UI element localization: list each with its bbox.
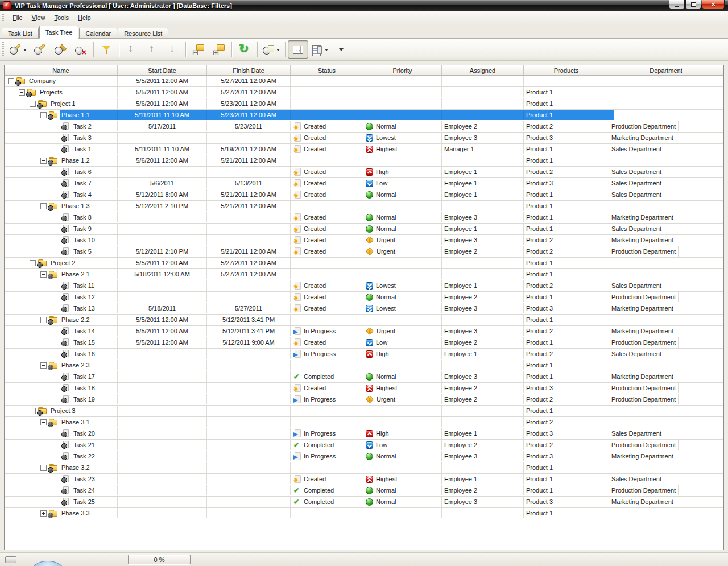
column-header-priority[interactable]: Priority: [363, 65, 442, 75]
fit-columns-width-button[interactable]: [288, 40, 308, 59]
refresh-button[interactable]: [234, 40, 255, 59]
tree-row[interactable]: Phase 3.1Product 2: [5, 417, 723, 428]
task-tree-grid: NameStart DateFinish DateStatusPriorityA…: [4, 65, 724, 550]
minimize-button[interactable]: [669, 0, 685, 9]
tree-row[interactable]: Task 25CompletedNormalEmployee 3Product …: [5, 497, 723, 508]
cell-status: [291, 87, 363, 97]
collapse-toggle[interactable]: [40, 158, 47, 164]
row-name: Phase 2.1: [60, 269, 117, 279]
tree-row[interactable]: Task 21CompletedLowEmployee 2Product 2Pr…: [5, 440, 723, 451]
collapse-toggle[interactable]: [40, 271, 47, 278]
close-button[interactable]: [702, 0, 725, 9]
move-task-up-button[interactable]: [142, 40, 163, 59]
tree-row[interactable]: Task 15/11/2011 11:10 AM5/19/2011 12:00 …: [5, 144, 723, 155]
column-header-name[interactable]: Name: [5, 65, 118, 75]
cell-priority: Lowest: [363, 133, 442, 143]
toolbar-overflow-button[interactable]: [331, 40, 351, 59]
tree-row[interactable]: Task 10CreatedUrgentEmployee 3Product 2M…: [5, 235, 723, 246]
tree-row[interactable]: Task 12CreatedNormalEmployee 2Product 1P…: [5, 292, 723, 303]
tree-row[interactable]: Task 16In ProgressHighEmployee 1Product …: [5, 349, 723, 360]
delete-task-button[interactable]: [71, 40, 91, 59]
tree-row[interactable]: Phase 3.2Product 1: [5, 462, 723, 474]
tree-row[interactable]: Task 11CreatedLowestEmployee 1Product 2S…: [5, 280, 723, 292]
add-task-button[interactable]: [7, 40, 30, 59]
tree-row[interactable]: Task 3CreatedLowestEmployee 3Product 3Ma…: [5, 133, 723, 144]
move-task-down-button[interactable]: [163, 40, 183, 59]
tree-row[interactable]: Task 24CompletedNormalEmployee 2Product …: [5, 485, 723, 497]
restore-button[interactable]: [685, 0, 701, 9]
tree-row[interactable]: Phase 2.3Product 1: [5, 360, 723, 371]
collapse-toggle[interactable]: [19, 89, 25, 96]
add-subtask-button[interactable]: [30, 40, 50, 59]
tree-row[interactable]: Phase 3.3Product 1: [5, 508, 723, 519]
tree-row[interactable]: Task 8CreatedNormalEmployee 3Product 1Ma…: [5, 212, 723, 224]
menu-view[interactable]: View: [27, 13, 50, 23]
tree-row[interactable]: Task 23CreatedHighestEmployee 1Product 1…: [5, 474, 723, 485]
tree-row[interactable]: Task 18CreatedHighestEmployee 2Product 3…: [5, 383, 723, 394]
menu-file[interactable]: File: [8, 13, 27, 23]
collapse-toggle[interactable]: [40, 317, 47, 323]
in-progress-status-icon: [293, 350, 301, 358]
tree-row[interactable]: Task 17CompletedNormalEmployee 3Product …: [5, 371, 723, 383]
edit-task-button[interactable]: [50, 40, 71, 59]
cell-status: In Progress: [291, 349, 363, 359]
collapse-toggle[interactable]: [8, 78, 14, 84]
menu-tools[interactable]: Tools: [49, 13, 73, 23]
tab-task-list[interactable]: Task List: [2, 28, 39, 39]
collapse-all-button[interactable]: [188, 40, 209, 59]
collapse-toggle[interactable]: [40, 112, 47, 118]
tree-row[interactable]: Task 55/12/2011 2:10 PM5/21/2011 12:00 A…: [5, 246, 723, 258]
menu-help[interactable]: Help: [73, 13, 96, 23]
tree-row[interactable]: Project 15/6/2011 12:00 AM5/23/2011 12:0…: [5, 98, 723, 110]
expand-toggle[interactable]: [40, 510, 47, 517]
collapse-toggle[interactable]: [30, 260, 36, 266]
cell-assigned: Employee 1: [442, 349, 524, 359]
column-header-status[interactable]: Status: [291, 65, 363, 75]
tree-row[interactable]: Project 3Product 1: [5, 406, 723, 417]
task-report-button[interactable]: [260, 40, 283, 59]
tree-row[interactable]: Company5/5/2011 12:00 AM5/27/2011 12:00 …: [5, 76, 723, 87]
tree-row[interactable]: Task 145/5/2011 12:00 AM5/12/2011 3:41 P…: [5, 326, 723, 337]
customize-columns-button[interactable]: [308, 40, 331, 59]
column-header-assigned[interactable]: Assigned: [442, 65, 524, 75]
collapse-toggle[interactable]: [30, 101, 36, 107]
collapse-toggle[interactable]: [40, 465, 47, 471]
tree-row[interactable]: Project 25/5/2011 12:00 AM5/27/2011 12:0…: [5, 258, 723, 269]
expand-all-button[interactable]: [209, 40, 229, 59]
tree-row[interactable]: Phase 1.15/11/2011 11:10 AM5/23/2011 12:…: [5, 110, 723, 121]
tree-row[interactable]: Task 6CreatedHighEmployee 1Product 2Sale…: [5, 167, 723, 178]
tree-row[interactable]: Projects5/5/2011 12:00 AM5/27/2011 12:00…: [5, 87, 723, 98]
tree-row[interactable]: Task 75/6/20115/13/2011CreatedLowEmploye…: [5, 178, 723, 189]
tree-row[interactable]: Task 22In ProgressNormalEmployee 3Produc…: [5, 451, 723, 462]
tree-row[interactable]: Phase 1.25/6/2011 12:00 AM5/21/2011 12:0…: [5, 155, 723, 167]
column-header-department[interactable]: Department: [609, 65, 723, 75]
collapse-toggle[interactable]: [40, 203, 47, 209]
tree-row[interactable]: Phase 2.15/18/2011 12:00 AM5/27/2011 12:…: [5, 269, 723, 280]
cell-products: Product 1: [524, 360, 609, 370]
panel-toggle-icon[interactable]: [5, 556, 16, 563]
tab-task-tree[interactable]: Task Tree: [39, 26, 79, 39]
column-header-start-date[interactable]: Start Date: [118, 65, 207, 75]
move-task-button[interactable]: [122, 40, 142, 59]
status-bar: 0 %: [0, 552, 728, 566]
tree-row[interactable]: Task 45/12/2011 8:00 AM5/21/2011 12:00 A…: [5, 189, 723, 201]
tree-row[interactable]: Phase 1.35/12/2011 2:10 PM5/21/2011 12:0…: [5, 201, 723, 212]
collapse-toggle[interactable]: [30, 408, 36, 414]
column-header-products[interactable]: Products: [524, 65, 609, 75]
column-header-finish-date[interactable]: Finish Date: [207, 65, 291, 75]
tab-calendar[interactable]: Calendar: [79, 28, 117, 39]
tree-row[interactable]: Task 20In ProgressHighEmployee 1Product …: [5, 428, 723, 440]
cell-department: Production Department: [609, 383, 679, 393]
tree-row[interactable]: Task 135/18/20115/27/2011CreatedLowestEm…: [5, 303, 723, 315]
tree-row[interactable]: Phase 2.25/5/2011 12:00 AM5/12/2011 3:41…: [5, 315, 723, 326]
filter-button[interactable]: [96, 40, 117, 59]
tree-row[interactable]: Task 9CreatedNormalEmployee 1Product 1Sa…: [5, 224, 723, 235]
tree-row[interactable]: Task 25/17/20115/23/2011CreatedNormalEmp…: [5, 121, 723, 133]
collapse-toggle[interactable]: [40, 362, 47, 369]
tab-resource-list[interactable]: Resource List: [118, 28, 168, 39]
collapse-toggle[interactable]: [40, 419, 47, 425]
priority-label: Urgent: [377, 396, 395, 403]
tree-row[interactable]: Task 19In ProgressUrgentEmployee 2Produc…: [5, 394, 723, 406]
tree-row[interactable]: Task 155/5/2011 12:00 AM5/12/2011 9:00 A…: [5, 337, 723, 349]
cell-priority: High: [363, 167, 442, 177]
